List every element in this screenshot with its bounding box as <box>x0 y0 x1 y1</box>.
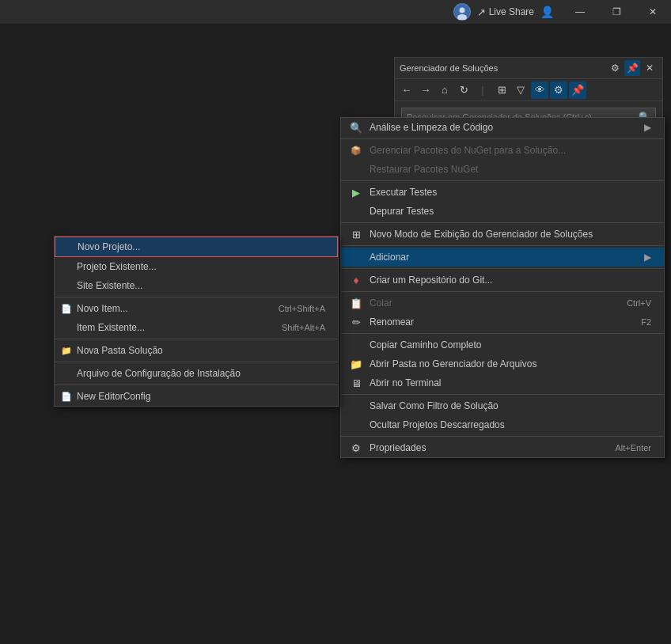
menu-item-nuget: 📦 Gerenciar Pacotes do NuGet para a Solu… <box>341 141 664 160</box>
menu-item-propriedades[interactable]: ⚙ Propriedades Alt+Enter <box>341 438 664 457</box>
menu-item-novo-item[interactable]: 📄 Novo Item... Ctrl+Shift+A <box>55 299 338 318</box>
menu-item-nova-pasta[interactable]: 📁 Nova Pasta Solução <box>55 341 338 360</box>
colar-label: Colar <box>370 297 392 309</box>
menu-item-item-existente[interactable]: Item Existente... Shift+Alt+A <box>55 318 338 337</box>
filter-btn[interactable]: ▽ <box>512 81 529 99</box>
person-icon: 👤 <box>540 6 554 18</box>
panel-pin-icon[interactable]: 📌 <box>624 60 640 76</box>
adicionar-label: Adicionar <box>370 252 409 263</box>
panel-icons: ⚙ 📌 ✕ <box>607 60 658 76</box>
minimize-button[interactable]: — <box>562 0 598 24</box>
new-solution-btn[interactable]: ⊞ <box>493 81 510 99</box>
sep4 <box>341 245 664 246</box>
sep-left2 <box>55 339 338 339</box>
novo-item-icon: 📄 <box>59 304 74 314</box>
live-share-label: Live Share <box>489 6 534 17</box>
menu-item-salvar-filtro[interactable]: Salvar Como Filtro de Solução <box>341 396 664 415</box>
abrir-terminal-icon: 🖥 <box>347 377 365 389</box>
propriedades-shortcut: Alt+Enter <box>615 443 651 453</box>
renomear-shortcut: F2 <box>641 317 651 327</box>
menu-item-adicionar[interactable]: Adicionar ▶ <box>341 248 664 267</box>
abrir-pasta-icon: 📁 <box>347 358 365 370</box>
config-label: Arquivo de Configuração de Instalação <box>77 368 241 379</box>
salvar-filtro-label: Salvar Como Filtro de Solução <box>370 400 499 411</box>
abrir-terminal-label: Abrir no Terminal <box>370 377 441 388</box>
nova-pasta-icon: 📁 <box>59 346 74 356</box>
panel-close-icon[interactable]: ✕ <box>642 60 658 76</box>
site-existente-label: Site Existente... <box>77 280 142 291</box>
right-context-menu: 🔍 Análise e Limpeza de Código ▶ 📦 Gerenc… <box>340 117 665 458</box>
renomear-icon: ✏ <box>347 316 365 328</box>
analise-icon: 🔍 <box>347 122 365 134</box>
avatar <box>453 3 471 21</box>
close-button[interactable]: ✕ <box>635 0 671 24</box>
menu-item-depurar[interactable]: Depurar Testes <box>341 202 664 221</box>
copiar-caminho-label: Copiar Caminho Completo <box>370 339 481 350</box>
window-controls: — ❐ ✕ <box>562 0 671 24</box>
sep7 <box>341 333 664 334</box>
menu-item-abrir-pasta[interactable]: 📁 Abrir Pasta no Gerenciador de Arquivos <box>341 354 664 373</box>
left-submenu: Novo Projeto... Projeto Existente... Sit… <box>54 236 339 407</box>
menu-item-copiar-caminho[interactable]: Copiar Caminho Completo <box>341 335 664 354</box>
panel-title-bar: Gerenciador de Soluções ⚙ 📌 ✕ <box>395 58 662 78</box>
menu-item-abrir-terminal[interactable]: 🖥 Abrir no Terminal <box>341 373 664 392</box>
novo-item-label: Novo Item... <box>77 303 128 314</box>
sep-left4 <box>55 385 338 385</box>
sep-btn: | <box>474 81 491 99</box>
restore-button[interactable]: ❐ <box>598 0 635 24</box>
menu-item-renomear[interactable]: ✏ Renomear F2 <box>341 313 664 331</box>
sep1 <box>341 138 664 139</box>
renomear-label: Renomear <box>370 316 414 328</box>
settings2-btn[interactable]: ⚙ <box>550 81 567 99</box>
depurar-label: Depurar Testes <box>370 206 434 217</box>
panel-settings-icon[interactable]: ⚙ <box>607 60 623 76</box>
editorconfig-icon: 📄 <box>59 392 74 402</box>
menu-item-site-existente[interactable]: Site Existente... <box>55 276 338 295</box>
propriedades-icon: ⚙ <box>347 442 365 454</box>
sep3 <box>341 222 664 223</box>
title-bar: ↗ Live Share 👤 — ❐ ✕ <box>0 0 671 24</box>
novo-modo-icon: ⊞ <box>347 229 365 241</box>
executar-icon: ▶ <box>347 187 365 199</box>
menu-item-projeto-existente[interactable]: Projeto Existente... <box>55 257 338 276</box>
panel-title: Gerenciador de Soluções <box>400 63 607 73</box>
forward-btn[interactable]: → <box>417 81 434 99</box>
sep2 <box>341 180 664 181</box>
novo-projeto-label: Novo Projeto... <box>78 241 140 252</box>
item-existente-shortcut: Shift+Alt+A <box>282 323 325 332</box>
view-all-btn[interactable]: 👁 <box>531 81 548 99</box>
panel-toolbar: ← → ⌂ ↻ | ⊞ ▽ 👁 ⚙ 📌 <box>395 78 662 100</box>
svg-point-1 <box>459 8 464 13</box>
menu-item-config[interactable]: Arquivo de Configuração de Instalação <box>55 364 338 383</box>
home-btn[interactable]: ⌂ <box>436 81 453 99</box>
analise-label: Análise e Limpeza de Código <box>370 122 493 133</box>
live-share-area[interactable]: ↗ Live Share <box>477 6 534 18</box>
pin2-btn[interactable]: 📌 <box>569 81 586 99</box>
nuget-label: Gerenciar Pacotes do NuGet para a Soluçã… <box>370 145 566 156</box>
colar-icon: 📋 <box>347 297 365 309</box>
menu-item-novo-projeto[interactable]: Novo Projeto... <box>55 237 338 257</box>
menu-item-restaurar: Restaurar Pacotes NuGet <box>341 160 664 179</box>
menu-item-ocultar[interactable]: Ocultar Projetos Descarregados <box>341 415 664 434</box>
sep6 <box>341 291 664 292</box>
sep5 <box>341 268 664 269</box>
sep-left1 <box>55 297 338 297</box>
menu-item-criar-repo[interactable]: ♦ Criar um Repositório do Git... <box>341 271 664 290</box>
sep-left3 <box>55 362 338 362</box>
novo-modo-label: Novo Modo de Exibição do Gerenciador de … <box>370 229 593 240</box>
editorconfig-label: New EditorConfig <box>77 391 150 402</box>
refresh-btn[interactable]: ↻ <box>455 81 472 99</box>
analise-arrow: ▶ <box>644 122 651 133</box>
nuget-icon: 📦 <box>347 146 365 156</box>
ocultar-label: Ocultar Projetos Descarregados <box>370 419 505 430</box>
menu-item-novo-modo[interactable]: ⊞ Novo Modo de Exibição do Gerenciador d… <box>341 225 664 244</box>
propriedades-label: Propriedades <box>370 442 426 453</box>
live-share-icon: ↗ <box>477 6 486 18</box>
executar-label: Executar Testes <box>370 187 437 198</box>
menu-item-executar[interactable]: ▶ Executar Testes <box>341 183 664 202</box>
menu-item-editorconfig[interactable]: 📄 New EditorConfig <box>55 387 338 406</box>
restaurar-label: Restaurar Pacotes NuGet <box>370 164 478 175</box>
back-btn[interactable]: ← <box>398 81 415 99</box>
menu-item-analise[interactable]: 🔍 Análise e Limpeza de Código ▶ <box>341 118 664 137</box>
menu-item-colar: 📋 Colar Ctrl+V <box>341 294 664 313</box>
